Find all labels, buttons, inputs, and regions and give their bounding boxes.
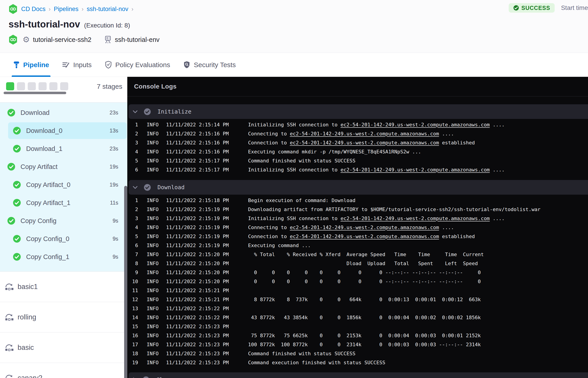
log-line-number: 2 xyxy=(131,207,138,212)
stage-progress-square xyxy=(6,82,14,90)
log-text: 43 8772k 43 3854k 0 0 1856k 0 0:00:04 0:… xyxy=(248,315,481,320)
log-section-header-cleanup[interactable]: Cleanup xyxy=(129,372,588,378)
pipeline-item-label: basic xyxy=(18,344,34,352)
stage-item-copy-artifact-0[interactable]: Copy Artifact_019s xyxy=(0,176,127,194)
stage-item-duration: 11s xyxy=(110,200,118,206)
stage-item-copy-config-0[interactable]: Copy Config_09s xyxy=(0,230,127,248)
tab-pipeline[interactable]: Pipeline xyxy=(13,53,49,77)
log-line-number: 6 xyxy=(131,243,138,248)
stage-item-label: Copy Artifact_1 xyxy=(26,199,70,207)
page-header: CD Docs›Pipelines›ssh-tutorial-nov› SUCC… xyxy=(0,0,588,53)
log-line: 7INFO11/11/2022 2:15:20 PM % Total % Rec… xyxy=(127,250,588,259)
check-circle-green-icon xyxy=(13,199,21,207)
log-line-number: 5 xyxy=(131,234,138,239)
badge-check-icon xyxy=(513,5,519,11)
check-circle-green-icon xyxy=(13,127,21,135)
chevron-right-icon xyxy=(133,377,136,378)
log-line: 4INFO11/11/2022 2:15:16 PMExecuting comm… xyxy=(127,147,588,156)
log-text: 0 0 0 0 0 0 0 0 --:--:-- --:--:-- --:--:… xyxy=(248,279,481,284)
rollback-icon xyxy=(4,374,14,378)
log-timestamp: 11/11/2022 2:15:21 PM xyxy=(166,288,232,293)
log-line: 3INFO11/11/2022 2:15:19 PMInitializing S… xyxy=(127,214,588,223)
pipeline-item-canary2[interactable]: canary2 xyxy=(0,363,127,378)
log-message: 0 0 0 0 0 0 0 0 --:--:-- --:--:-- --:--:… xyxy=(248,270,481,275)
log-timestamp: 11/11/2022 2:15:23 PM xyxy=(166,360,232,365)
log-message: 0 0 0 0 0 0 0 0 --:--:-- --:--:-- --:--:… xyxy=(248,279,481,284)
log-text: Initializing SSH connection to xyxy=(248,167,341,173)
chevron-down-icon xyxy=(133,110,138,114)
gear-icon: ⚙ xyxy=(23,36,30,44)
log-line-number: 18 xyxy=(131,351,138,356)
log-link[interactable]: ec2-54-201-142-249.us-west-2.compute.ama… xyxy=(290,225,439,230)
log-level: INFO xyxy=(147,270,160,275)
environment-chip[interactable]: ssh-tutorial-env xyxy=(104,36,160,44)
log-text: .... xyxy=(490,216,505,221)
stage-item-copy-artifact-1[interactable]: Copy Artifact_111s xyxy=(0,194,127,212)
stage-item-label: Download xyxy=(21,109,50,116)
check-circle-green-icon xyxy=(7,109,15,116)
tab-label: Inputs xyxy=(73,61,92,69)
log-level: INFO xyxy=(147,131,160,136)
stage-item-copy-artifact[interactable]: Copy Artifact19s xyxy=(0,158,127,176)
execution-id-label: (Execution Id: 8) xyxy=(84,22,130,29)
log-link[interactable]: ec2-54-201-142-249.us-west-2.compute.ama… xyxy=(290,234,439,239)
log-timestamp: 11/11/2022 2:15:23 PM xyxy=(166,333,232,338)
log-section-header-initialize[interactable]: Initialize xyxy=(129,104,588,119)
tab-label: Pipeline xyxy=(23,61,49,69)
pipeline-item-basic1[interactable]: basic1 xyxy=(0,272,127,302)
page-title: ssh-tutorial-nov xyxy=(9,19,80,30)
stage-item-label: Download_0 xyxy=(26,127,62,135)
log-line-number: 9 xyxy=(131,270,138,275)
log-timestamp: 11/11/2022 2:15:16 PM xyxy=(166,149,232,155)
rollback-icon xyxy=(4,343,14,352)
tab-security-tests[interactable]: Security Tests xyxy=(183,53,236,77)
log-link[interactable]: ec2-54-201-142-249.us-west-2.compute.ama… xyxy=(341,122,490,127)
log-link[interactable]: ec2-54-201-142-249.us-west-2.compute.ama… xyxy=(290,140,439,146)
stage-item-duration: 19s xyxy=(109,182,118,188)
check-circle-gray-icon xyxy=(144,184,151,191)
stage-strip-scrollbar[interactable] xyxy=(4,92,66,94)
log-line: 6INFO11/11/2022 2:15:17 PMInitializing S… xyxy=(127,165,588,174)
breadcrumb-link-cd-docs[interactable]: CD Docs xyxy=(21,6,45,13)
stage-item-copy-config[interactable]: Copy Config9s xyxy=(0,212,127,230)
stage-item-download-1[interactable]: Download_123s xyxy=(0,140,127,158)
stage-item-label: Copy Artifact xyxy=(21,163,57,171)
log-link[interactable]: ec2-54-201-142-249.us-west-2.compute.ama… xyxy=(341,167,490,173)
security-shield-icon xyxy=(183,61,190,69)
tab-inputs[interactable]: Inputs xyxy=(62,53,92,77)
service-name: tutorial-service-ssh2 xyxy=(33,36,91,43)
log-timestamp: 11/11/2022 2:15:18 PM xyxy=(166,198,232,203)
stage-item-download[interactable]: Download23s xyxy=(0,104,127,122)
log-line: 12INFO11/11/2022 2:15:21 PM 8 8772k 8 73… xyxy=(127,295,588,304)
log-timestamp: 11/11/2022 2:15:23 PM xyxy=(166,351,232,356)
log-line: 8INFO11/11/2022 2:15:20 PM Dload Upload … xyxy=(127,259,588,268)
log-link[interactable]: ec2-54-201-142-249.us-west-2.compute.ama… xyxy=(290,131,439,136)
service-chip[interactable]: ⚙ tutorial-service-ssh2 xyxy=(23,36,92,44)
log-timestamp: 11/11/2022 2:15:16 PM xyxy=(166,131,232,136)
rollback-icon xyxy=(4,313,14,322)
log-line-number: 19 xyxy=(131,360,138,365)
pipeline-item-basic[interactable]: basic xyxy=(0,333,127,363)
breadcrumb-link-pipelines[interactable]: Pipelines xyxy=(54,6,79,13)
sidebar-scrollbar[interactable] xyxy=(124,186,127,378)
log-line: 1INFO11/11/2022 2:15:18 PMBegin executio… xyxy=(127,196,588,205)
log-link[interactable]: ec2-54-201-142-249.us-west-2.compute.ama… xyxy=(341,216,490,221)
stage-item-copy-config-1[interactable]: Copy Config_19s xyxy=(0,248,127,266)
log-message: Executing command mkdir -p /tmp/WYQNESE_… xyxy=(248,149,421,155)
log-line-number: 4 xyxy=(131,149,138,155)
log-text: Initializing SSH connection to xyxy=(248,216,341,221)
breadcrumb-link-ssh-tutorial-nov[interactable]: ssh-tutorial-nov xyxy=(87,6,128,13)
stage-item-duration: 9s xyxy=(113,254,118,260)
log-level: INFO xyxy=(147,122,160,127)
log-section-header-download[interactable]: Download xyxy=(129,180,588,195)
tab-policy-evaluations[interactable]: Policy Evaluations xyxy=(105,53,170,77)
stage-progress-square xyxy=(17,82,25,90)
log-timestamp: 11/11/2022 2:15:14 PM xyxy=(166,122,232,127)
log-text: .... xyxy=(439,131,454,136)
stage-item-download-0[interactable]: Download_013s xyxy=(0,122,127,140)
check-circle-green-icon xyxy=(13,235,21,243)
log-message: % Total % Received % Xferd Average Speed… xyxy=(248,252,484,257)
log-message: Begin execution of command: Download xyxy=(248,198,356,203)
pipeline-item-rolling[interactable]: rolling xyxy=(0,302,127,333)
stage-list: Download23sDownload_013sDownload_123sCop… xyxy=(0,103,127,271)
